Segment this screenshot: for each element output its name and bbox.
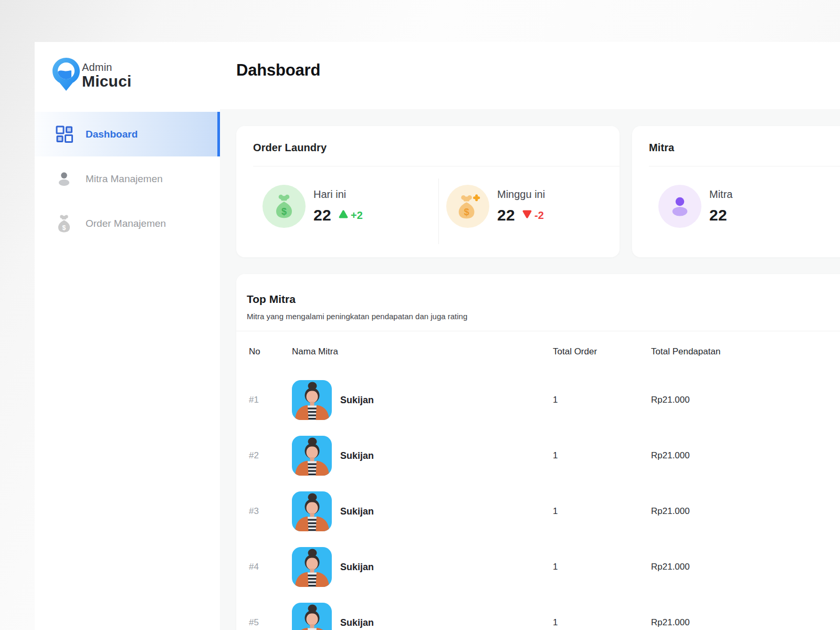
brand-logo: Admin Micuci (52, 58, 220, 93)
column-header-no: No (236, 346, 292, 357)
mitra-name: Sukijan (340, 562, 374, 573)
column-header-total-order: Total Order (553, 346, 651, 357)
triangle-down-icon (522, 210, 532, 220)
svg-text:$: $ (62, 224, 66, 231)
mitra-name: Sukijan (340, 395, 374, 406)
svg-text:$: $ (281, 206, 287, 217)
stat-label: Minggu ini (497, 188, 545, 200)
person-purple-icon (658, 185, 701, 228)
avatar (292, 380, 332, 420)
topbar: Dahsboard (220, 42, 840, 110)
stat-delta-down: -2 (522, 209, 544, 222)
column-header-nama-mitra: Nama Mitra (292, 346, 553, 357)
stat-label: Hari ini (313, 188, 346, 200)
main-content: Order Laundry $ Hari ini (220, 109, 840, 630)
total-pendapatan-value: Rp21.000 (651, 450, 840, 461)
brand-line1: Admin (82, 62, 132, 72)
total-order-value: 1 (553, 450, 651, 461)
vertical-divider (438, 178, 439, 244)
money-bag-plus-orange-icon: $ (446, 185, 489, 228)
sidebar: Admin Micuci Dashboard M (35, 42, 220, 630)
card-title: Mitra (649, 126, 840, 154)
table-row[interactable]: #4 Sukijan 1 Rp21.000 (236, 539, 840, 595)
avatar (292, 547, 332, 587)
person-icon (55, 170, 73, 188)
stat-label: Mitra (709, 188, 732, 200)
row-rank: #4 (236, 562, 292, 572)
table-header: No Nama Mitra Total Order Total Pendapat… (236, 331, 840, 372)
total-order-value: 1 (553, 617, 651, 628)
table-row[interactable]: #5 Sukijan 1 Rp21.000 (236, 595, 840, 630)
avatar (292, 603, 332, 630)
money-bag-green-icon: $ (262, 185, 306, 228)
card-title: Order Laundry (253, 126, 620, 154)
section-subtitle: Mitra yang mengalami peningkatan pendapa… (247, 312, 840, 321)
section-title: Top Mitra (247, 293, 840, 306)
triangle-up-icon (339, 210, 348, 220)
stat-value: 22 (313, 207, 331, 223)
brand-name: Micuci (82, 74, 132, 89)
sidebar-item-mitra-manajemen[interactable]: Mitra Manajemen (35, 156, 220, 201)
row-rank: #1 (236, 395, 292, 405)
stat-delta-up: +2 (339, 209, 363, 222)
total-pendapatan-value: Rp21.000 (651, 562, 840, 572)
sidebar-nav: Dashboard Mitra Manajemen $ Order Man (35, 112, 220, 246)
page-title: Dahsboard (220, 42, 840, 80)
column-header-total-pendapatan: Total Pendapatan (651, 346, 840, 357)
mitra-card: Mitra Mitra 22 (632, 126, 840, 257)
avatar (292, 491, 332, 531)
stat-hari-ini: $ Hari ini 22 +2 (262, 185, 438, 244)
total-pendapatan-value: Rp21.000 (651, 506, 840, 517)
total-order-value: 1 (553, 562, 651, 572)
mitra-name: Sukijan (340, 506, 374, 517)
stat-value: 22 (709, 207, 727, 223)
total-pendapatan-value: Rp21.000 (651, 395, 840, 405)
total-order-value: 1 (553, 506, 651, 517)
sidebar-item-label: Dashboard (86, 129, 138, 140)
table-row[interactable]: #1 Sukijan 1 Rp21.000 (236, 372, 840, 428)
row-rank: #5 (236, 617, 292, 628)
mitra-name: Sukijan (340, 617, 374, 628)
total-order-value: 1 (553, 395, 651, 405)
table-row[interactable]: #2 Sukijan 1 Rp21.000 (236, 428, 840, 484)
sidebar-item-label: Mitra Manajemen (86, 173, 163, 185)
row-rank: #2 (236, 450, 292, 461)
svg-text:$: $ (464, 207, 469, 217)
stat-value: 22 (497, 207, 515, 223)
order-laundry-card: Order Laundry $ Hari ini (236, 126, 620, 257)
delta-text: +2 (351, 209, 363, 222)
sidebar-item-dashboard[interactable]: Dashboard (35, 112, 220, 156)
sidebar-item-order-manajemen[interactable]: $ Order Manajemen (35, 201, 220, 246)
top-mitra-card: Top Mitra Mitra yang mengalami peningkat… (236, 274, 840, 630)
money-bag-icon: $ (55, 215, 73, 233)
row-rank: #3 (236, 506, 292, 517)
delta-text: -2 (534, 209, 544, 222)
dashboard-grid-icon (55, 125, 73, 143)
mitra-name: Sukijan (340, 450, 374, 461)
total-pendapatan-value: Rp21.000 (651, 617, 840, 628)
avatar (292, 436, 332, 476)
table-row[interactable]: #3 Sukijan 1 Rp21.000 (236, 484, 840, 539)
stat-minggu-ini: $ Minggu ini 22 (446, 185, 545, 244)
sidebar-item-label: Order Manajemen (86, 218, 166, 229)
map-pin-water-icon (52, 58, 80, 93)
stat-mitra: Mitra 22 (658, 185, 834, 228)
